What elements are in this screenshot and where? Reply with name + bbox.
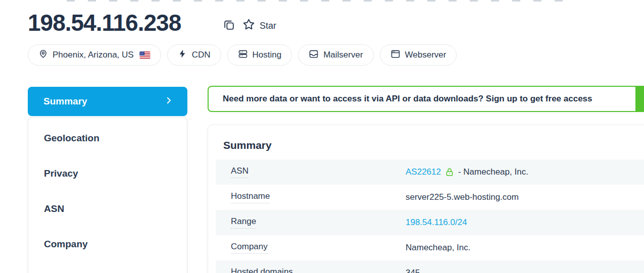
chip-mailserver-label: Mailserver [323, 50, 363, 60]
chip-cdn[interactable]: CDN [167, 44, 221, 66]
summary-card: Summary ASN AS22612 - Namecheap, Inc. [208, 125, 644, 273]
asn-link[interactable]: AS22612 [406, 167, 441, 177]
chip-hosting[interactable]: Hosting [227, 44, 292, 66]
row-label-range: Range [231, 216, 256, 229]
table-row-hosted-domains: Hosted domains 345 [216, 260, 644, 273]
table-row-asn: ASN AS22612 - Namecheap, Inc. [216, 159, 644, 185]
chip-hosting-label: Hosting [253, 50, 282, 60]
sidebar-item-geolocation[interactable]: Geolocation [28, 121, 187, 156]
chip-mailserver[interactable]: Mailserver [298, 44, 373, 66]
location-pin-icon [38, 49, 48, 61]
star-button[interactable]: Star [242, 18, 276, 33]
summary-card-title: Summary [223, 139, 272, 151]
sidebar-item-privacy[interactable]: Privacy [28, 156, 187, 191]
page-title-ip: 198.54.116.238 [28, 9, 181, 36]
server-icon [238, 49, 248, 62]
table-row-company: Company Namecheap, Inc. [216, 235, 644, 260]
company-value: Namecheap, Inc. [406, 243, 471, 253]
sidebar-item-privacy-label: Privacy [44, 168, 78, 179]
sidebar-item-company-label: Company [44, 239, 88, 250]
asn-org-text: - Namecheap, Inc. [458, 167, 528, 177]
sidebar-item-geolocation-label: Geolocation [44, 133, 100, 144]
star-icon [242, 18, 255, 33]
chip-location[interactable]: Phoenix, Arizona, US [28, 44, 161, 66]
sidebar-item-summary[interactable]: Summary [28, 87, 187, 116]
row-label-company: Company [231, 242, 268, 254]
signup-banner: Need more data or want to access it via … [208, 86, 644, 112]
hostname-value: server225-5.web-hosting.com [406, 192, 519, 202]
row-label-asn: ASN [231, 166, 249, 178]
row-label-hostname: Hostname [231, 191, 270, 203]
sidebar-item-asn-label: ASN [44, 203, 64, 214]
row-label-hosted-domains: Hosted domains [231, 267, 293, 273]
chip-location-label: Phoenix, Arizona, US [53, 50, 134, 60]
sidebar-item-summary-label: Summary [43, 96, 87, 107]
chip-webserver-label: Webserver [405, 50, 447, 60]
signup-banner-text: Need more data or want to access it via … [223, 94, 592, 104]
us-flag-icon [139, 51, 151, 59]
lock-icon [445, 168, 454, 177]
summary-table: ASN AS22612 - Namecheap, Inc. Hostname [216, 159, 644, 273]
sidebar-item-company[interactable]: Company [28, 227, 187, 262]
inbox-icon [309, 49, 319, 62]
chip-cdn-label: CDN [192, 50, 211, 60]
star-button-label: Star [260, 21, 276, 31]
copy-ip-button[interactable] [223, 19, 235, 33]
tag-chips: Phoenix, Arizona, US [28, 44, 457, 66]
sidebar-nav: Geolocation Privacy ASN Company [28, 117, 187, 273]
table-row-range: Range 198.54.116.0/24 [216, 210, 644, 235]
browser-window-icon [390, 49, 401, 62]
clipped-header-row [67, 0, 567, 2]
copy-icon [223, 19, 235, 33]
chevron-right-icon [164, 96, 173, 107]
page: 198.54.116.238 Star Phoenix, Arizona, [0, 0, 644, 273]
lightning-icon [178, 49, 187, 61]
chip-webserver[interactable]: Webserver [380, 44, 457, 66]
range-link[interactable]: 198.54.116.0/24 [406, 217, 467, 228]
sidebar-item-asn[interactable]: ASN [28, 191, 187, 227]
table-row-hostname: Hostname server225-5.web-hosting.com [216, 185, 644, 210]
signup-banner-button[interactable] [635, 87, 644, 111]
hosted-domains-value: 345 [406, 268, 420, 273]
